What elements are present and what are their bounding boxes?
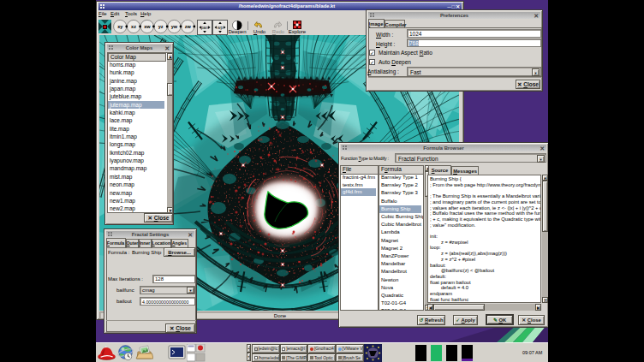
svg-text:xz: xz — [131, 24, 136, 29]
svg-text:xw: xw — [144, 24, 151, 29]
svg-text:yz: yz — [158, 24, 164, 29]
svg-text:pan: pan — [201, 25, 209, 30]
svg-text:wp: wp — [218, 25, 224, 30]
svg-text:yw: yw — [171, 24, 178, 29]
svg-text:zw: zw — [185, 24, 192, 29]
svg-text:xy: xy — [117, 24, 123, 29]
